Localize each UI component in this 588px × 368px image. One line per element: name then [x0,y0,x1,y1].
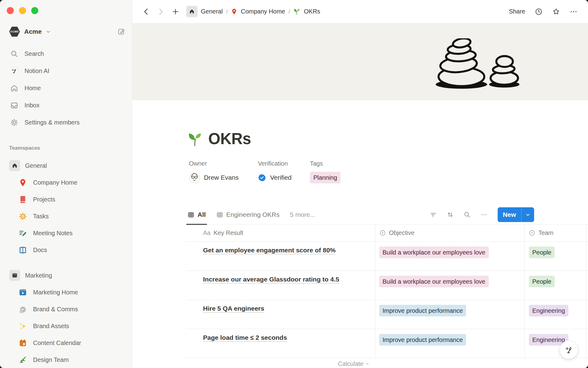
sort-button[interactable] [446,211,454,219]
sidebar-teamspace-marketing[interactable]: Marketing [0,267,132,284]
search-view-button[interactable] [463,211,471,219]
sidebar-item-content-calendar[interactable]: Content Calendar [0,335,132,351]
column-header-team[interactable]: Team [525,224,586,241]
compose-icon[interactable] [117,28,125,36]
forward-button[interactable] [157,8,165,16]
breadcrumb-general-icon[interactable] [186,6,198,17]
round-pushpin-icon [231,8,237,15]
key-result-link[interactable]: Hire 5 QA engineers [203,305,264,312]
notion-ai-fab[interactable] [560,340,578,359]
cell-key-result[interactable]: Increase our average Glassdoor rating to… [186,271,375,300]
property-owner: Owner Drew Evans [189,160,258,184]
sidebar-teamspace-general[interactable]: General [0,157,132,174]
back-button[interactable] [142,8,150,16]
sidebar-item-home[interactable]: Home [0,79,132,97]
page-title[interactable]: OKRs [208,130,251,148]
verified-badge-icon [258,174,266,182]
sidebar-item-projects[interactable]: Projects [0,191,132,208]
close-window-button[interactable] [7,7,14,14]
cell-objective[interactable]: Improve product performance [375,329,525,358]
objective-tag[interactable]: Build a workplace our employees love [379,247,489,258]
calendar-icon [19,339,27,347]
cell-team[interactable]: People [525,271,586,300]
sidebar-item-search[interactable]: Search [0,45,132,62]
new-button-label[interactable]: New [498,207,521,222]
column-header-objective[interactable]: Objective [375,224,525,241]
sidebar-item-company-home[interactable]: Company Home [0,174,132,191]
page-cover[interactable] [132,23,588,100]
seedling-icon[interactable] [187,131,203,147]
team-tag[interactable]: People [529,247,555,258]
sidebar-item-meeting-notes[interactable]: Meeting Notes [0,225,132,242]
sidebar-item-marketing-home[interactable]: Marketing Home [0,284,132,301]
cell-objective[interactable]: Improve product performance [375,300,525,329]
chevron-down-icon [365,362,369,366]
team-tag[interactable]: Engineering [529,305,568,316]
sidebar-item-label: Brand Assets [33,323,69,330]
breadcrumb-general[interactable]: General [201,8,223,15]
sidebar-item-notion-ai[interactable]: Notion AI [0,62,132,79]
property-verification-value[interactable]: Verified [258,171,310,184]
column-title: Objective [389,229,414,236]
column-header-key-result[interactable]: Aa Key Result [186,224,375,241]
clock-icon [535,8,543,16]
calculate-button[interactable]: Calculate [186,358,375,368]
cell-objective[interactable]: Build a workplace our employees love [375,242,525,270]
new-page-button[interactable] [172,8,179,16]
okr-table: Aa Key Result Objective Team Get an empl… [186,224,588,368]
minimize-window-button[interactable] [19,7,26,14]
sidebar-item-inbox[interactable]: Inbox [0,97,132,114]
cell-key-result[interactable]: Get an employee engagement score of 80% [186,242,375,270]
sidebar-item-label: Meeting Notes [33,230,73,237]
new-button[interactable]: New [498,207,534,222]
workspace-logo: ACME [9,27,20,37]
team-tag[interactable]: People [529,276,555,287]
objective-tag[interactable]: Improve product performance [379,305,466,316]
cell-team[interactable]: People [525,242,586,270]
sidebar-item-label: Home [24,85,41,92]
topbar: General / Company Home / OKRs Share [132,0,588,23]
cell-objective[interactable]: Build a workplace our employees love [375,271,525,300]
objective-tag[interactable]: Improve product performance [379,334,466,346]
sidebar-item-design-team[interactable]: Design Team [0,351,132,368]
key-result-link[interactable]: Increase our average Glassdoor rating to… [203,276,339,283]
seashell-icon [19,305,27,313]
table-row: Increase our average Glassdoor rating to… [186,271,588,300]
table-row: Get an employee engagement score of 80% … [186,242,588,271]
objective-tag[interactable]: Build a workplace our employees love [379,276,489,287]
sidebar-item-docs[interactable]: Docs [0,242,132,259]
updates-button[interactable] [535,8,543,16]
house-icon [12,163,18,169]
tag-planning[interactable]: Planning [310,172,341,183]
sidebar-item-tasks[interactable]: Tasks [0,208,132,225]
house-icon [189,9,195,14]
more-tabs-button[interactable]: 5 more... [290,211,315,218]
sort-arrows-icon [447,211,454,218]
cell-key-result[interactable]: Hire 5 QA engineers [186,300,375,329]
property-tags-value[interactable]: Planning [310,171,588,184]
cell-key-result[interactable]: Page load time ≤ 2 seconds [186,329,375,358]
cell-team[interactable]: Engineering [525,300,586,329]
breadcrumb-separator: / [288,8,290,15]
share-button[interactable]: Share [509,8,525,15]
property-tags: Tags Planning [310,160,588,184]
filter-button[interactable] [429,211,437,219]
tab-engineering-okrs[interactable]: Engineering OKRs [215,205,281,224]
key-result-link[interactable]: Page load time ≤ 2 seconds [203,334,287,341]
breadcrumb-company-home[interactable]: Company Home [241,8,285,15]
property-owner-value[interactable]: Drew Evans [189,171,258,184]
new-button-dropdown[interactable] [522,207,534,222]
key-result-link[interactable]: Get an employee engagement score of 80% [203,247,336,254]
sidebar-item-brand-assets[interactable]: Brand Assets [0,318,132,335]
tab-all[interactable]: All [186,205,207,224]
favorite-button[interactable] [552,8,560,16]
more-options-button[interactable] [570,8,578,16]
sidebar-item-label: Marketing Home [33,289,78,296]
sidebar-item-brand-comms[interactable]: Brand & Comms [0,301,132,318]
zoom-window-button[interactable] [31,7,38,14]
breadcrumb-okrs[interactable]: OKRs [304,8,320,15]
workspace-switcher[interactable]: ACME Acme [0,24,132,39]
round-pushpin-icon [19,178,27,187]
sidebar-item-settings[interactable]: Settings & members [0,114,132,131]
view-options-button[interactable] [480,211,488,219]
